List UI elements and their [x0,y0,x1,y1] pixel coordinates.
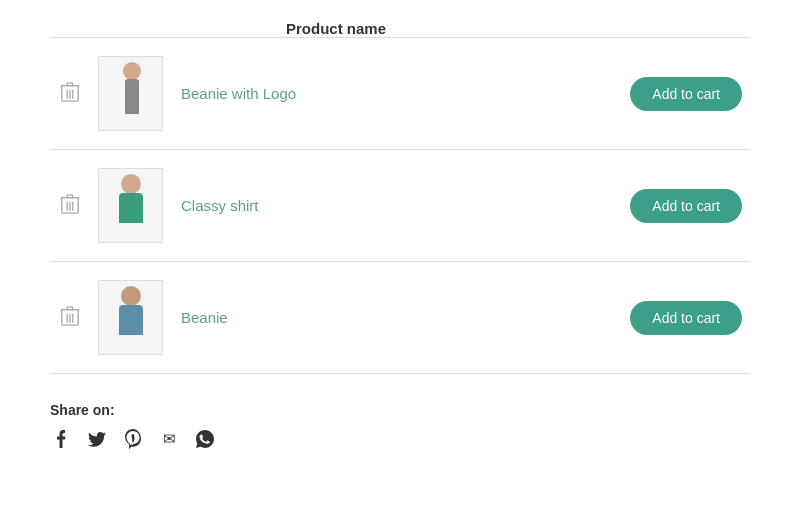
product-image-cell [90,262,171,374]
product-name-cell: Beanie with Logo [171,38,590,150]
product-name-header: Product name [171,20,590,38]
pinterest-icon[interactable] [122,428,144,450]
whatsapp-icon[interactable] [194,428,216,450]
product-image-cell [90,38,171,150]
delete-icon[interactable] [60,81,80,103]
delete-cell [50,150,90,262]
add-to-cart-cell: Add to cart [590,38,750,150]
add-to-cart-cell: Add to cart [590,262,750,374]
twitter-icon[interactable] [86,428,108,450]
share-icons: ✉ [50,428,750,450]
product-image [98,56,163,131]
delete-cell [50,262,90,374]
product-image [98,280,163,355]
delete-cell [50,38,90,150]
delete-icon[interactable] [60,193,80,215]
share-section: Share on: ✉ [50,402,750,450]
delete-icon[interactable] [60,305,80,327]
table-row: Beanie with Logo Add to cart [50,38,750,150]
product-name-link[interactable]: Beanie [181,309,228,326]
share-label: Share on: [50,402,750,418]
add-to-cart-button[interactable]: Add to cart [630,77,742,111]
main-container: Product name Beanie with Logo [20,0,780,470]
table-row: Beanie Add to cart [50,262,750,374]
product-name-link[interactable]: Beanie with Logo [181,85,296,102]
facebook-icon[interactable] [50,428,72,450]
product-image [98,168,163,243]
product-name-link[interactable]: Classy shirt [181,197,259,214]
product-name-cell: Beanie [171,262,590,374]
add-to-cart-cell: Add to cart [590,150,750,262]
add-to-cart-button[interactable]: Add to cart [630,189,742,223]
email-icon[interactable]: ✉ [158,428,180,450]
add-to-cart-button[interactable]: Add to cart [630,301,742,335]
table-row: Classy shirt Add to cart [50,150,750,262]
product-image-cell [90,150,171,262]
products-table: Product name Beanie with Logo [50,20,750,374]
product-name-cell: Classy shirt [171,150,590,262]
